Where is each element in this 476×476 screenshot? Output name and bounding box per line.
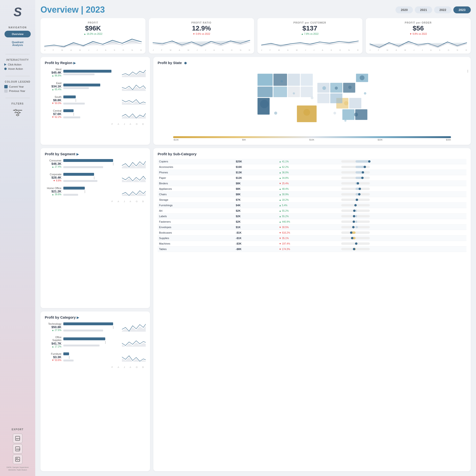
region-arrow-icon: ▶ bbox=[73, 61, 76, 65]
region-name-west: West bbox=[45, 68, 61, 71]
region-change-east: ▲ 65.4% bbox=[45, 88, 61, 91]
sc-name: Envelopes bbox=[158, 224, 234, 230]
subcategory-row: Bookcases -$1K ▼ 616.2% bbox=[158, 230, 466, 236]
region-sparkline-central bbox=[122, 109, 146, 119]
sc-value: $8K bbox=[234, 186, 277, 192]
sc-bar bbox=[340, 224, 466, 230]
sc-change: ▲ 48.4% bbox=[277, 186, 340, 192]
profit-by-segment-title: Profit by Segment ▶ bbox=[45, 152, 146, 156]
kpi-ppo-label: PROFIT per ORDER bbox=[370, 21, 467, 24]
svg-point-53 bbox=[311, 97, 313, 99]
category-x-axis: FAJAOD bbox=[45, 366, 146, 368]
export-ppt-button[interactable]: PPT bbox=[13, 434, 22, 443]
sc-change: ▼ 35.1% bbox=[277, 236, 340, 241]
filters-section: FILTERS bbox=[2, 102, 33, 117]
sc-bar bbox=[340, 241, 466, 246]
legend-previous-year: Previous Year bbox=[4, 89, 31, 93]
svg-point-44 bbox=[260, 100, 269, 108]
sc-name: Chairs bbox=[158, 192, 234, 197]
region-row-south: South $8.8K ▼ 50.0% bbox=[45, 95, 146, 105]
sc-value: -$3K bbox=[234, 241, 277, 246]
profit-by-state-card: Profit by State bbox=[153, 57, 471, 145]
map-legend-labels: -$10K $0K $10K $20K $30K bbox=[173, 138, 451, 141]
previous-year-swatch bbox=[4, 89, 8, 93]
sc-change: ▲ 62.2% bbox=[277, 164, 340, 170]
region-row-east: East $34.1K ▲ 65.4% bbox=[45, 82, 146, 91]
region-value-east: $34.1K bbox=[45, 85, 61, 88]
subcategory-row: Storage $7K ▲ 18.2% bbox=[158, 197, 466, 203]
sc-change: ▼ 25.4% bbox=[277, 181, 340, 186]
sc-change: ▲ 5.4% bbox=[277, 203, 340, 208]
svg-marker-12 bbox=[44, 39, 142, 47]
year-button-2022[interactable]: 2022 bbox=[434, 6, 451, 13]
sc-name: Machines bbox=[158, 241, 234, 246]
sidebar-item-overview[interactable]: Overview bbox=[4, 31, 31, 37]
sc-change: ▲ 55.2% bbox=[277, 214, 340, 219]
sc-change: ▲ 34.8% bbox=[277, 175, 340, 181]
profit-by-region-title: Profit by Region ▶ bbox=[45, 61, 146, 65]
year-button-2021[interactable]: 2021 bbox=[415, 6, 432, 13]
svg-point-47 bbox=[344, 101, 348, 105]
svg-point-54 bbox=[348, 86, 352, 89]
sc-change: ▲ 18.2% bbox=[277, 197, 340, 203]
kpi-ppc-value: $137 bbox=[261, 25, 359, 32]
subcategory-row: Tables -$8K ▼ 174.3% bbox=[158, 246, 466, 252]
sc-bar bbox=[340, 197, 466, 203]
svg-point-45 bbox=[303, 109, 310, 116]
kpi-profit-per-customer: PROFIT per CUSTOMER $137 ▲ 7.8% vs 2022 … bbox=[257, 18, 362, 53]
segment-arrow-icon: ▶ bbox=[76, 153, 79, 156]
region-change-central: ▼ 62.2% bbox=[45, 116, 61, 118]
sc-bar bbox=[340, 164, 466, 170]
sc-bar bbox=[340, 175, 466, 181]
us-map bbox=[158, 68, 466, 134]
export-pdf-button[interactable]: PDF bbox=[13, 444, 22, 454]
sc-name: Appliances bbox=[158, 186, 234, 192]
sc-bar bbox=[340, 181, 466, 186]
kpi-profit-change: ▲ 16.0% vs 2022 bbox=[44, 33, 142, 35]
sc-name: Storage bbox=[158, 197, 234, 203]
region-sparkline-east bbox=[122, 82, 146, 91]
svg-rect-41 bbox=[317, 93, 330, 103]
colour-legend-label: COLOUR LEGEND bbox=[4, 81, 31, 83]
svg-rect-36 bbox=[342, 109, 355, 120]
filter-icon[interactable] bbox=[12, 108, 23, 117]
svg-point-58 bbox=[274, 112, 277, 115]
current-year-swatch bbox=[4, 85, 8, 88]
hover-action-item[interactable]: Hover Action bbox=[4, 68, 31, 70]
subcategory-row: Fasteners $2K ▲ 440.9% bbox=[158, 219, 466, 224]
region-name-east: East bbox=[45, 82, 61, 85]
export-image-button[interactable] bbox=[13, 455, 22, 464]
svg-point-56 bbox=[333, 112, 336, 114]
divider-3 bbox=[5, 98, 30, 98]
svg-point-46 bbox=[359, 75, 364, 80]
sc-bar bbox=[340, 192, 466, 197]
sc-name: Bookcases bbox=[158, 230, 234, 236]
sc-name: Accessories bbox=[158, 164, 234, 170]
sidebar-item-quadrant[interactable]: Quadrant Analysis bbox=[4, 39, 31, 48]
sc-name: Labels bbox=[158, 214, 234, 219]
us-map-svg bbox=[158, 68, 466, 134]
kpi-profit-ratio: PROFIT RATIO 12.9% ▼ 0.6% vs 2022 JFMAMJ… bbox=[149, 18, 254, 53]
region-value-west: $45.4K bbox=[45, 71, 61, 74]
sc-value: $25K bbox=[234, 159, 277, 164]
svg-point-52 bbox=[293, 92, 295, 95]
subcategory-row: Copiers $25K ▲ 41.1% bbox=[158, 159, 466, 164]
sc-value: $2K bbox=[234, 208, 277, 214]
svg-rect-10 bbox=[16, 457, 20, 461]
year-button-2023[interactable]: 2023 bbox=[453, 6, 471, 13]
segment-row-homeoffice: Home Office $21.2K ▲ 39.8% bbox=[45, 187, 146, 196]
sc-value: -$1K bbox=[234, 236, 277, 241]
click-action-item[interactable]: Click Action bbox=[4, 63, 31, 66]
year-button-2020[interactable]: 2020 bbox=[395, 6, 413, 13]
sc-name: Paper bbox=[158, 175, 234, 181]
profit-by-region-card: Profit by Region ▶ West $45.4K ▲ 86.8% bbox=[40, 57, 150, 145]
profit-by-category-card: Profit by Category ▶ Technology $50.8K ▲… bbox=[40, 311, 150, 472]
export-label: EXPORT bbox=[12, 428, 24, 431]
sc-name: Phones bbox=[158, 170, 234, 175]
svg-point-11 bbox=[17, 458, 18, 459]
region-value-south: $8.8K bbox=[45, 98, 61, 102]
sc-value: $13K bbox=[234, 170, 277, 175]
sc-change: ▲ 55.2% bbox=[277, 208, 340, 214]
subcategory-row: Furnishings $4K ▲ 5.4% bbox=[158, 203, 466, 208]
category-arrow-icon: ▶ bbox=[77, 316, 79, 319]
